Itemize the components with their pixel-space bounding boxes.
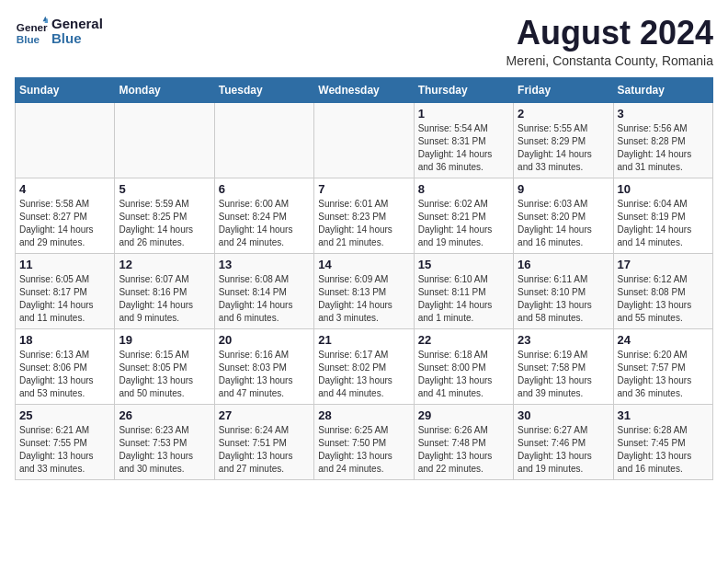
cell-date-number: 3 — [618, 107, 709, 121]
calendar-cell: 5Sunrise: 5:59 AM Sunset: 8:25 PM Daylig… — [115, 178, 214, 253]
cell-info: Sunrise: 6:18 AM Sunset: 8:00 PM Dayligh… — [418, 349, 509, 400]
calendar-cell: 25Sunrise: 6:21 AM Sunset: 7:55 PM Dayli… — [16, 404, 115, 479]
calendar-cell: 6Sunrise: 6:00 AM Sunset: 8:24 PM Daylig… — [214, 178, 313, 253]
cell-date-number: 1 — [418, 107, 509, 121]
logo: General Blue General Blue — [15, 15, 103, 48]
header: General Blue General Blue August 2024 Me… — [15, 15, 713, 68]
weekday-header: Friday — [514, 77, 613, 102]
cell-date-number: 13 — [219, 258, 310, 271]
cell-info: Sunrise: 5:54 AM Sunset: 8:31 PM Dayligh… — [418, 122, 509, 174]
cell-info: Sunrise: 6:08 AM Sunset: 8:14 PM Dayligh… — [219, 273, 310, 325]
cell-info: Sunrise: 6:28 AM Sunset: 7:45 PM Dayligh… — [618, 424, 709, 476]
calendar-cell: 17Sunrise: 6:12 AM Sunset: 8:08 PM Dayli… — [613, 253, 712, 328]
cell-date-number: 11 — [19, 258, 110, 271]
calendar-header: SundayMondayTuesdayWednesdayThursdayFrid… — [16, 77, 713, 102]
cell-date-number: 30 — [518, 408, 609, 422]
calendar-cell: 21Sunrise: 6:17 AM Sunset: 8:02 PM Dayli… — [314, 328, 414, 404]
cell-info: Sunrise: 6:03 AM Sunset: 8:20 PM Dayligh… — [518, 198, 609, 249]
cell-date-number: 23 — [518, 333, 609, 347]
cell-info: Sunrise: 5:56 AM Sunset: 8:28 PM Dayligh… — [618, 122, 709, 174]
cell-date-number: 18 — [19, 333, 110, 347]
calendar-cell: 8Sunrise: 6:02 AM Sunset: 8:21 PM Daylig… — [414, 178, 513, 253]
cell-date-number: 31 — [618, 408, 709, 422]
cell-date-number: 4 — [19, 182, 110, 196]
calendar-cell: 30Sunrise: 6:27 AM Sunset: 7:46 PM Dayli… — [514, 404, 613, 479]
calendar-cell: 22Sunrise: 6:18 AM Sunset: 8:00 PM Dayli… — [414, 328, 513, 404]
weekday-header: Monday — [115, 77, 214, 102]
logo-icon: General Blue — [15, 15, 48, 48]
cell-info: Sunrise: 6:19 AM Sunset: 7:58 PM Dayligh… — [518, 349, 609, 400]
calendar-cell — [314, 102, 414, 178]
calendar-cell: 10Sunrise: 6:04 AM Sunset: 8:19 PM Dayli… — [613, 178, 712, 253]
cell-info: Sunrise: 5:55 AM Sunset: 8:29 PM Dayligh… — [518, 122, 609, 174]
calendar-cell: 27Sunrise: 6:24 AM Sunset: 7:51 PM Dayli… — [214, 404, 313, 479]
cell-info: Sunrise: 6:24 AM Sunset: 7:51 PM Dayligh… — [219, 424, 310, 476]
cell-date-number: 20 — [219, 333, 310, 347]
weekday-header: Wednesday — [314, 77, 414, 102]
weekday-header: Sunday — [16, 77, 115, 102]
cell-date-number: 16 — [518, 258, 609, 271]
cell-date-number: 5 — [119, 182, 210, 196]
calendar-cell: 15Sunrise: 6:10 AM Sunset: 8:11 PM Dayli… — [414, 253, 513, 328]
cell-date-number: 15 — [418, 258, 509, 271]
calendar-cell: 12Sunrise: 6:07 AM Sunset: 8:16 PM Dayli… — [115, 253, 214, 328]
calendar-cell: 18Sunrise: 6:13 AM Sunset: 8:06 PM Dayli… — [16, 328, 115, 404]
calendar-cell: 2Sunrise: 5:55 AM Sunset: 8:29 PM Daylig… — [514, 102, 613, 178]
calendar-cell: 23Sunrise: 6:19 AM Sunset: 7:58 PM Dayli… — [514, 328, 613, 404]
calendar-cell: 28Sunrise: 6:25 AM Sunset: 7:50 PM Dayli… — [314, 404, 414, 479]
cell-date-number: 27 — [219, 408, 310, 422]
cell-date-number: 22 — [418, 333, 509, 347]
cell-info: Sunrise: 6:21 AM Sunset: 7:55 PM Dayligh… — [19, 424, 110, 476]
cell-info: Sunrise: 6:27 AM Sunset: 7:46 PM Dayligh… — [518, 424, 609, 476]
cell-date-number: 9 — [518, 182, 609, 196]
cell-date-number: 2 — [518, 107, 609, 121]
calendar-cell: 7Sunrise: 6:01 AM Sunset: 8:23 PM Daylig… — [314, 178, 414, 253]
cell-date-number: 19 — [119, 333, 210, 347]
cell-info: Sunrise: 6:17 AM Sunset: 8:02 PM Dayligh… — [318, 349, 409, 400]
cell-date-number: 8 — [418, 182, 509, 196]
cell-date-number: 10 — [618, 182, 709, 196]
cell-info: Sunrise: 6:05 AM Sunset: 8:17 PM Dayligh… — [19, 273, 110, 325]
weekday-header: Tuesday — [214, 77, 313, 102]
calendar-cell: 20Sunrise: 6:16 AM Sunset: 8:03 PM Dayli… — [214, 328, 313, 404]
calendar-cell: 31Sunrise: 6:28 AM Sunset: 7:45 PM Dayli… — [613, 404, 712, 479]
cell-info: Sunrise: 6:10 AM Sunset: 8:11 PM Dayligh… — [418, 273, 509, 325]
calendar-cell: 9Sunrise: 6:03 AM Sunset: 8:20 PM Daylig… — [514, 178, 613, 253]
cell-date-number: 6 — [219, 182, 310, 196]
cell-info: Sunrise: 6:00 AM Sunset: 8:24 PM Dayligh… — [219, 198, 310, 249]
calendar-cell — [16, 102, 115, 178]
weekday-header: Thursday — [414, 77, 513, 102]
calendar-cell — [214, 102, 313, 178]
cell-date-number: 25 — [19, 408, 110, 422]
calendar-cell: 26Sunrise: 6:23 AM Sunset: 7:53 PM Dayli… — [115, 404, 214, 479]
cell-date-number: 24 — [618, 333, 709, 347]
cell-info: Sunrise: 6:20 AM Sunset: 7:57 PM Dayligh… — [618, 349, 709, 400]
cell-date-number: 12 — [119, 258, 210, 271]
cell-info: Sunrise: 6:04 AM Sunset: 8:19 PM Dayligh… — [618, 198, 709, 249]
cell-info: Sunrise: 6:13 AM Sunset: 8:06 PM Dayligh… — [19, 349, 110, 400]
cell-info: Sunrise: 6:11 AM Sunset: 8:10 PM Dayligh… — [518, 273, 609, 325]
logo-text: General Blue — [51, 17, 103, 47]
calendar-cell: 3Sunrise: 5:56 AM Sunset: 8:28 PM Daylig… — [613, 102, 712, 178]
calendar-cell: 24Sunrise: 6:20 AM Sunset: 7:57 PM Dayli… — [613, 328, 712, 404]
cell-info: Sunrise: 6:01 AM Sunset: 8:23 PM Dayligh… — [318, 198, 409, 249]
calendar-cell: 16Sunrise: 6:11 AM Sunset: 8:10 PM Dayli… — [514, 253, 613, 328]
svg-text:Blue: Blue — [17, 33, 40, 45]
calendar-cell: 13Sunrise: 6:08 AM Sunset: 8:14 PM Dayli… — [214, 253, 313, 328]
calendar-cell: 29Sunrise: 6:26 AM Sunset: 7:48 PM Dayli… — [414, 404, 513, 479]
cell-info: Sunrise: 6:09 AM Sunset: 8:13 PM Dayligh… — [318, 273, 409, 325]
weekday-header: Saturday — [613, 77, 712, 102]
cell-info: Sunrise: 6:07 AM Sunset: 8:16 PM Dayligh… — [119, 273, 210, 325]
cell-date-number: 28 — [318, 408, 409, 422]
cell-info: Sunrise: 6:02 AM Sunset: 8:21 PM Dayligh… — [418, 198, 509, 249]
svg-text:General: General — [17, 21, 48, 33]
cell-info: Sunrise: 5:58 AM Sunset: 8:27 PM Dayligh… — [19, 198, 110, 249]
cell-date-number: 17 — [618, 258, 709, 271]
calendar-cell: 19Sunrise: 6:15 AM Sunset: 8:05 PM Dayli… — [115, 328, 214, 404]
cell-info: Sunrise: 6:16 AM Sunset: 8:03 PM Dayligh… — [219, 349, 310, 400]
title-area: August 2024 Mereni, Constanta County, Ro… — [506, 15, 713, 68]
cell-info: Sunrise: 5:59 AM Sunset: 8:25 PM Dayligh… — [119, 198, 210, 249]
cell-date-number: 21 — [318, 333, 409, 347]
calendar-cell — [115, 102, 214, 178]
calendar-cell: 14Sunrise: 6:09 AM Sunset: 8:13 PM Dayli… — [314, 253, 414, 328]
